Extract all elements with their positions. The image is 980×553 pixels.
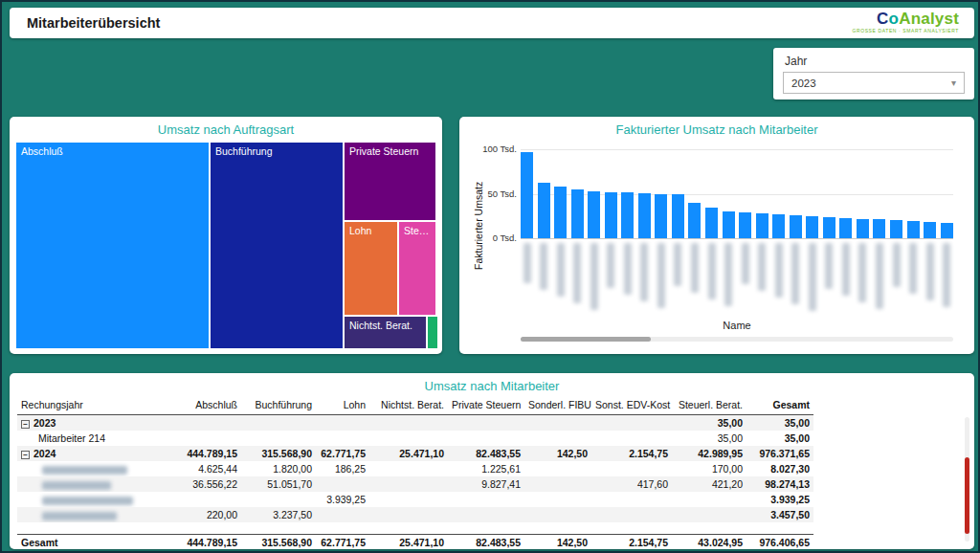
vertical-scrollbar-thumb[interactable] [965, 457, 969, 535]
column-header[interactable]: Abschluß [180, 396, 241, 415]
bar[interactable] [638, 193, 651, 238]
cell-value: 421,20 [672, 476, 746, 492]
table-row[interactable]: −202335,0035,00 [17, 415, 813, 431]
row-header[interactable] [17, 492, 180, 507]
column-header[interactable]: Private Steuern [448, 396, 524, 415]
bar[interactable] [705, 208, 718, 238]
redacted-name-label [624, 243, 632, 295]
redacted-name-label [893, 243, 901, 287]
cell-value [369, 431, 448, 446]
cell-value [591, 507, 672, 522]
horizontal-scrollbar-thumb[interactable] [521, 337, 651, 342]
row-header[interactable] [17, 507, 180, 522]
table-row[interactable]: 3.939,253.939,25 [17, 492, 813, 507]
cell-value: 51.051,70 [241, 476, 316, 492]
total-cell-value: 25.471,10 [369, 534, 448, 550]
bar[interactable] [857, 219, 869, 238]
collapse-icon[interactable]: − [21, 451, 30, 459]
bar[interactable] [756, 213, 768, 238]
bar[interactable] [621, 192, 634, 238]
bar[interactable] [605, 192, 617, 238]
column-header[interactable]: Steuerl. Berat. [672, 396, 746, 415]
bar[interactable] [521, 152, 533, 238]
x-axis-labels-redacted [521, 243, 953, 316]
bar[interactable] [772, 214, 785, 238]
total-cell-value: 444.789,15 [180, 534, 241, 550]
cell-value [241, 415, 316, 431]
bar[interactable] [655, 194, 667, 239]
row-header[interactable]: −2024 [17, 446, 180, 461]
table-row[interactable]: Mitarbeiter 21435,0035,00 [17, 431, 813, 446]
page-title: Mitarbeiterübersicht [27, 8, 160, 38]
column-header[interactable]: Nichtst. Berat. [369, 396, 448, 415]
bar[interactable] [723, 211, 735, 238]
column-header[interactable]: Lohn [316, 396, 369, 415]
vertical-scrollbar[interactable] [965, 417, 969, 542]
redacted-name-label [691, 243, 699, 293]
bar[interactable] [806, 216, 818, 238]
bar[interactable] [554, 187, 567, 238]
year-dropdown[interactable]: 2023 ▾ [783, 72, 965, 94]
cell-value [524, 476, 591, 492]
bar[interactable] [873, 219, 885, 238]
redacted-name [42, 481, 111, 490]
column-header[interactable]: Rechungsjahr [17, 396, 180, 415]
matrix-header-row: RechungsjahrAbschlußBuchführungLohnNicht… [17, 396, 813, 415]
redacted-name-label [724, 243, 732, 306]
bar[interactable] [571, 189, 584, 238]
table-row[interactable]: −2024444.789,15315.568,9062.771,7525.471… [17, 446, 813, 461]
treemap: Abschluß Buchführung Private Steuern Loh… [16, 143, 435, 348]
table-row[interactable]: 36.556,2251.051,709.827,41417,60421,2098… [17, 476, 813, 492]
bar[interactable] [538, 183, 550, 238]
cell-value [524, 492, 591, 507]
bar[interactable] [907, 221, 920, 238]
matrix-title: Umsatz nach Mitarbeiter [10, 373, 974, 393]
bar[interactable] [739, 212, 751, 238]
cell-value [369, 492, 448, 507]
bar[interactable] [924, 222, 936, 238]
row-header[interactable] [17, 461, 180, 476]
bar[interactable] [790, 215, 802, 238]
row-header[interactable]: Mitarbeiter 214 [17, 431, 180, 446]
bar[interactable] [688, 203, 701, 238]
barchart-title: Fakturierter Umsatz nach Mitarbeiter [459, 117, 974, 137]
redacted-name-label [742, 243, 749, 284]
treemap-node-small[interactable] [428, 317, 437, 348]
y-tick-50: 50 Tsd. [467, 188, 517, 199]
total-row-header: Gesamt [17, 534, 180, 550]
row-header[interactable] [17, 476, 180, 492]
redacted-name-label [557, 243, 565, 297]
table-row[interactable]: 220,003.237,503.457,50 [17, 507, 813, 522]
cell-value: 170,00 [672, 461, 746, 476]
redacted-name-label [708, 243, 716, 299]
cell-value: 42.989,95 [672, 446, 746, 461]
total-cell-value: 976.406,65 [746, 534, 813, 550]
column-header[interactable]: Buchführung [241, 396, 316, 415]
treemap-node-steuerl-berat[interactable]: Steu... [399, 222, 435, 315]
row-header[interactable]: −2023 [17, 415, 180, 431]
column-header[interactable]: Sonderl. FIBU [524, 396, 591, 415]
table-row[interactable]: 4.625,441.820,00186,251.225,61170,008.02… [17, 461, 813, 476]
column-header[interactable]: Gesamt [746, 396, 813, 415]
gridline-50 [521, 194, 953, 195]
collapse-icon[interactable]: − [21, 420, 30, 429]
bar[interactable] [672, 194, 684, 238]
treemap-node-lohn[interactable]: Lohn [345, 222, 397, 315]
chevron-down-icon[interactable]: ▾ [951, 77, 956, 88]
treemap-card: Umsatz nach Auftragsart Abschluß Buchfüh… [10, 117, 442, 354]
x-axis-title: Name [521, 320, 953, 331]
horizontal-scrollbar[interactable] [521, 337, 953, 342]
column-header[interactable]: Sonst. EDV-Kost [591, 396, 672, 415]
treemap-node-buchfuehrung[interactable]: Buchführung [211, 143, 343, 348]
bar[interactable] [823, 217, 835, 238]
bar[interactable] [588, 191, 600, 238]
treemap-node-nichtst-berat[interactable]: Nichtst. Berat. [345, 317, 426, 348]
total-cell-value: 142,50 [524, 534, 591, 550]
bar[interactable] [839, 218, 852, 238]
treemap-node-abschluss[interactable]: Abschluß [16, 143, 209, 348]
bar[interactable] [890, 220, 902, 238]
bar[interactable] [941, 223, 953, 238]
header-bar: Mitarbeiterübersicht CoAnalyst GROSSE DA… [10, 8, 974, 38]
treemap-node-private-steuern[interactable]: Private Steuern [345, 143, 435, 220]
cell-value [369, 415, 448, 431]
